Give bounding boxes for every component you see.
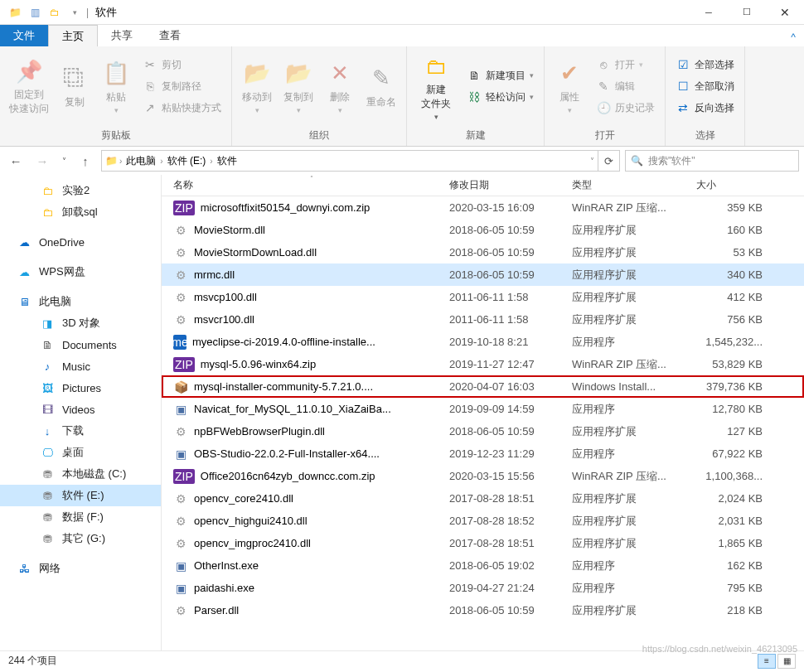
file-row[interactable]: ⚙opencv_core2410.dll2017-08-28 18:51应用程序… <box>162 487 804 510</box>
file-row[interactable]: ⚙MovieStorm.dll2018-06-05 10:59应用程序扩展160… <box>162 219 804 241</box>
sidebar-item-pictures[interactable]: 🖼Pictures <box>0 377 161 399</box>
file-row[interactable]: ⚙MovieStormDownLoad.dll2018-06-05 10:59应… <box>162 241 804 263</box>
sidebar-item-lab[interactable]: 🗀实验2 <box>0 180 161 201</box>
pictures-icon: 🖼 <box>40 382 55 394</box>
column-header-name[interactable]: ˄名称 <box>173 178 449 192</box>
file-row[interactable]: memyeclipse-ci-2019.4.0-offline-installe… <box>162 331 804 353</box>
qat-newfolder-icon[interactable]: 🗀 <box>45 3 65 22</box>
chevron-right-icon[interactable]: › <box>119 157 122 166</box>
delete-button[interactable]: ✕删除 <box>322 50 358 123</box>
file-row[interactable]: ▣paidashi.exe2019-04-27 21:24应用程序795 KB <box>162 577 804 599</box>
nav-back-button[interactable]: ← <box>5 150 27 172</box>
file-row[interactable]: 📦mysql-installer-community-5.7.21.0....2… <box>162 375 804 398</box>
copy-to-button[interactable]: 📂复制到 <box>280 50 317 123</box>
file-size: 795 KB <box>696 582 771 594</box>
cut-button[interactable]: ✂剪切 <box>139 56 225 74</box>
column-header-type[interactable]: 类型 <box>572 178 696 192</box>
file-type: 应用程序扩展 <box>572 223 696 238</box>
tab-share[interactable]: 共享 <box>98 25 146 46</box>
paste-shortcut-button[interactable]: ↗粘贴快捷方式 <box>139 99 225 117</box>
file-row[interactable]: ⚙msvcp100.dll2011-06-11 1:58应用程序扩展412 KB <box>162 286 804 308</box>
select-all-button[interactable]: ☑全部选择 <box>672 56 738 74</box>
file-row[interactable]: ▣Navicat_for_MySQL_11.0.10_XiaZaiBa...20… <box>162 398 804 420</box>
sidebar-item-network[interactable]: 🖧网络 <box>0 558 161 579</box>
file-row[interactable]: ⚙msvcr100.dll2011-06-11 1:58应用程序扩展756 KB <box>162 308 804 331</box>
column-header-size[interactable]: 大小 <box>696 178 771 192</box>
open-button[interactable]: ⎋打开 ▾ <box>593 56 658 74</box>
breadcrumb-drive[interactable]: 软件 (E:) <box>165 154 209 168</box>
sidebar-item-videos[interactable]: 🎞Videos <box>0 399 161 420</box>
file-row[interactable]: ZIPOffice2016cn64zyb_downcc.com.zip2020-… <box>162 465 804 487</box>
move-to-button[interactable]: 📂移动到 <box>239 50 275 123</box>
dll-icon: ⚙ <box>173 312 188 327</box>
file-row[interactable]: ZIPmysql-5.0.96-winx64.zip2019-11-27 12:… <box>162 353 804 375</box>
search-input[interactable]: 🔍搜索"软件" <box>625 150 799 172</box>
sidebar-item-diskE[interactable]: ⛃软件 (E:) <box>0 485 161 506</box>
sidebar-item-music[interactable]: ♪Music <box>0 355 161 377</box>
desktop-icon: 🖵 <box>40 447 55 459</box>
refresh-button[interactable]: ⟳ <box>598 150 620 172</box>
qat-properties-icon[interactable]: ▥ <box>25 3 45 22</box>
file-row[interactable]: ▣OBS-Studio-22.0.2-Full-Installer-x64...… <box>162 442 804 465</box>
breadcrumb-thispc[interactable]: 此电脑 <box>124 154 158 168</box>
tab-home[interactable]: 主页 <box>48 25 98 46</box>
file-list[interactable]: ZIPmicrosoftfixit50154_downyi.com.zip202… <box>162 196 804 650</box>
file-size: 53,829 KB <box>696 358 771 370</box>
sidebar-item-downloads[interactable]: ↓下载 <box>0 420 161 442</box>
nav-history-button[interactable]: ˅ <box>58 150 70 172</box>
column-header-date[interactable]: 修改日期 <box>449 178 572 192</box>
paste-button[interactable]: 📋粘贴 <box>98 50 134 123</box>
sidebar-item-desktop[interactable]: 🖵桌面 <box>0 442 161 463</box>
easy-access-button[interactable]: ⛓轻松访问 ▾ <box>463 88 537 106</box>
addressbar-dropdown-icon[interactable]: ˅ <box>590 157 594 166</box>
sidebar-item-uninstall[interactable]: 🗀卸载sql <box>0 201 161 223</box>
sidebar-item-thispc[interactable]: 🖥此电脑 <box>0 291 161 312</box>
qat-more-icon[interactable]: ▾ <box>65 3 85 22</box>
history-button[interactable]: 🕘历史记录 <box>593 99 658 117</box>
edit-button[interactable]: ✎编辑 <box>593 77 658 95</box>
file-size: 67,922 KB <box>696 447 771 460</box>
file-date: 2017-08-28 18:51 <box>449 537 572 549</box>
new-item-button[interactable]: 🗎新建项目 ▾ <box>463 66 537 85</box>
nav-up-button[interactable]: ↑ <box>75 150 96 172</box>
tab-view[interactable]: 查看 <box>146 25 194 46</box>
pin-to-quick-access-button[interactable]: 📌固定到 快速访问 <box>7 50 51 123</box>
rename-button[interactable]: ✎重命名 <box>363 50 400 123</box>
address-bar[interactable]: 📁 › 此电脑 › 软件 (E:) › 软件 ˅ <box>101 150 598 172</box>
sidebar-item-onedrive[interactable]: ☁OneDrive <box>0 231 161 253</box>
sidebar-item-diskG[interactable]: ⛃其它 (G:) <box>0 528 161 549</box>
file-row[interactable]: ⚙npBFWebBrowserPlugin.dll2018-06-05 10:5… <box>162 420 804 442</box>
select-none-button[interactable]: ☐全部取消 <box>672 77 738 95</box>
file-row[interactable]: ⚙opencv_highgui2410.dll2017-08-28 18:52应… <box>162 510 804 532</box>
chevron-right-icon[interactable]: › <box>210 157 212 166</box>
close-button[interactable]: ✕ <box>766 0 804 25</box>
sidebar-item-diskF[interactable]: ⛃数据 (F:) <box>0 506 161 528</box>
maximize-button[interactable]: ☐ <box>728 0 766 25</box>
sidebar-item-3dobjects[interactable]: ◨3D 对象 <box>0 312 161 334</box>
nav-forward-button[interactable]: → <box>31 150 53 172</box>
file-row[interactable]: ZIPmicrosoftfixit50154_downyi.com.zip202… <box>162 196 804 219</box>
file-date: 2020-04-07 16:03 <box>449 380 572 393</box>
sidebar-item-documents[interactable]: 🗎Documents <box>0 334 161 355</box>
sidebar-item-diskC[interactable]: ⛃本地磁盘 (C:) <box>0 463 161 485</box>
sidebar[interactable]: 🗀实验2 🗀卸载sql ☁OneDrive ☁WPS网盘 🖥此电脑 ◨3D 对象… <box>0 175 162 650</box>
copy-path-button[interactable]: ⎘复制路径 <box>139 77 225 95</box>
view-icons-button[interactable]: ▦ <box>777 654 796 669</box>
new-folder-button[interactable]: 🗀新建 文件夹 <box>414 50 458 123</box>
ribbon-help-icon[interactable]: ^ <box>782 28 804 46</box>
file-row[interactable]: ⚙Parser.dll2018-06-05 10:59应用程序扩展218 KB <box>162 599 804 621</box>
breadcrumb-folder[interactable]: 软件 <box>215 154 240 168</box>
chevron-right-icon[interactable]: › <box>160 157 162 166</box>
sidebar-item-wps[interactable]: ☁WPS网盘 <box>0 261 161 283</box>
downloads-icon: ↓ <box>40 425 55 438</box>
file-row[interactable]: ⚙mrmc.dll2018-06-05 10:59应用程序扩展340 KB <box>162 263 804 286</box>
view-details-button[interactable]: ≡ <box>758 654 776 669</box>
properties-button[interactable]: ✔属性 <box>551 50 588 123</box>
minimize-button[interactable]: ─ <box>690 0 728 25</box>
invert-selection-button[interactable]: ⇄反向选择 <box>672 99 738 117</box>
file-row[interactable]: ⚙opencv_imgproc2410.dll2017-08-28 18:51应… <box>162 532 804 554</box>
disk-icon: ⛃ <box>40 511 55 524</box>
copy-button[interactable]: ⿻复制 <box>56 50 93 123</box>
file-row[interactable]: ▣OtherInst.exe2018-06-05 19:02应用程序162 KB <box>162 554 804 577</box>
tab-file[interactable]: 文件 <box>0 25 48 46</box>
